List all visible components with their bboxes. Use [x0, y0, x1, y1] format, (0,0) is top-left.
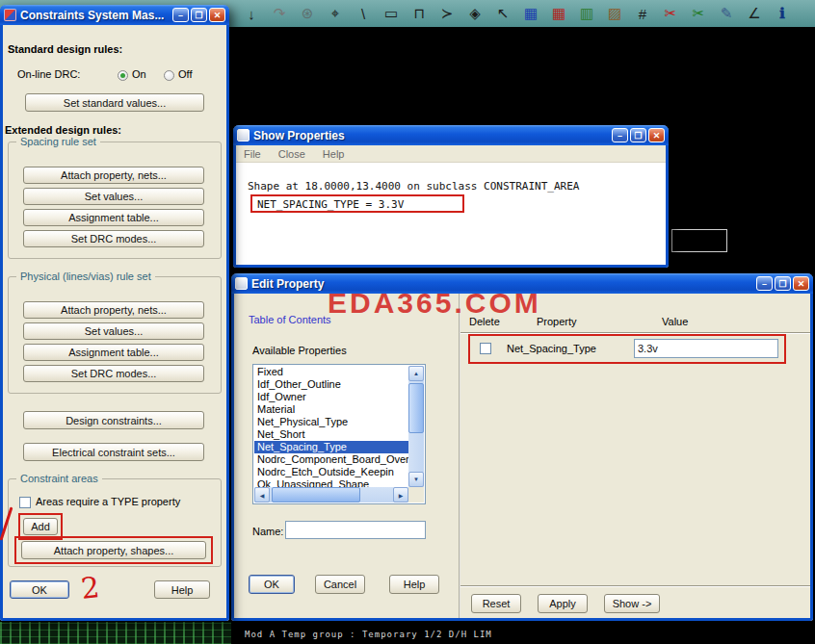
spacing-attach-property-button[interactable]: Attach property, nets... [23, 167, 204, 184]
show-properties-title: Show Properties [253, 129, 608, 142]
list-item[interactable]: Net_Physical_Type [254, 416, 408, 428]
list-item-selected[interactable]: Net_Spacing_Type [254, 441, 408, 453]
info-icon[interactable]: ℹ [772, 3, 793, 24]
show-properties-titlebar[interactable]: Show Properties – ❐ ✕ [233, 125, 669, 145]
areas-type-property-label: Areas require a TYPE property [36, 496, 180, 507]
maximize-icon[interactable]: ❐ [630, 128, 646, 142]
design-constraints-button[interactable]: Design constraints... [23, 411, 204, 429]
minimize-icon[interactable]: – [612, 128, 628, 142]
cancel-button[interactable]: Cancel [315, 575, 365, 594]
scroll-right-icon[interactable]: ▶ [393, 487, 408, 502]
pcb-shape-outline [671, 229, 727, 252]
list-item[interactable]: Idf_Other_Outline [254, 378, 408, 391]
menu-close[interactable]: Close [278, 148, 305, 160]
horizontal-scrollbar[interactable]: ◀ ▶ [254, 487, 408, 502]
constraints-window-icon [4, 9, 16, 21]
pencil-icon[interactable]: ✎ [716, 3, 737, 24]
drc-off-radio[interactable] [164, 70, 174, 81]
constraints-titlebar[interactable]: Constraints System Mas... – ❐ ✕ [0, 5, 229, 25]
line-icon[interactable]: \ [353, 3, 374, 24]
spacing-set-values-button[interactable]: Set values... [23, 188, 204, 205]
list-item[interactable]: Nodrc_Component_Board_Overlap [254, 453, 408, 466]
list-item[interactable]: Fixed [254, 366, 408, 378]
rectangle-icon[interactable]: ▭ [381, 3, 402, 24]
palette-brown-icon[interactable]: ▨ [604, 3, 625, 24]
download-icon[interactable]: ↓ [241, 3, 262, 24]
status-text: Mod A Temp group : Temporary 1/2 D/H LIM [245, 630, 492, 639]
maximize-icon[interactable]: ❐ [191, 8, 207, 22]
scroll-left-icon[interactable]: ◀ [254, 487, 270, 502]
list-item[interactable]: Net_Short [254, 428, 408, 441]
physical-set-values-button[interactable]: Set values... [23, 322, 204, 340]
show-properties-menubar: File Close Help [236, 145, 666, 163]
spacing-assignment-table-button[interactable]: Assignment table... [23, 209, 204, 226]
available-properties-label: Available Properties [252, 345, 347, 356]
list-item[interactable]: Ok_Unassigned_Shape [254, 478, 408, 487]
physical-set-drc-modes-button[interactable]: Set DRC modes... [23, 365, 204, 382]
close-icon[interactable]: ✕ [793, 276, 809, 291]
drc-off-label: Off [178, 68, 192, 80]
vertical-scrollbar[interactable]: ▲ ▼ [408, 366, 424, 487]
palette-red-icon[interactable]: ▦ [548, 3, 569, 24]
ok-button[interactable]: OK [10, 580, 69, 599]
spacing-set-drc-modes-button[interactable]: Set DRC modes... [23, 230, 204, 247]
attach-property-shapes-button[interactable]: Attach property, shapes... [21, 541, 206, 559]
close-icon[interactable]: ✕ [648, 128, 665, 142]
menu-file[interactable]: File [244, 148, 261, 160]
standard-rules-label: Standard design rules: [8, 43, 122, 55]
scrollbar-corner [408, 487, 424, 502]
arrow-icon[interactable]: ≻ [436, 3, 458, 24]
grid-icon[interactable]: # [632, 3, 653, 24]
property-name-value: Net_Spacing_Type [507, 343, 596, 354]
show-button[interactable]: Show -> [604, 594, 660, 613]
redo-icon[interactable]: ↷ [269, 3, 290, 24]
list-item[interactable]: Idf_Owner [254, 391, 408, 403]
spiral-icon[interactable]: ⊛ [297, 3, 318, 24]
close-icon[interactable]: ✕ [209, 8, 225, 22]
electrical-constraint-sets-button[interactable]: Electrical constraint sets... [23, 443, 204, 461]
drc-on-radio[interactable] [118, 70, 128, 81]
drc-on-label: On [132, 68, 146, 80]
ok-button[interactable]: OK [249, 575, 295, 594]
cut-red-icon[interactable]: ✂ [660, 3, 681, 24]
minimize-icon[interactable]: – [756, 276, 773, 291]
window-controls: – ❐ ✕ [172, 8, 225, 22]
vertical-scrollbar-thumb[interactable] [408, 383, 424, 433]
help-button[interactable]: Help [154, 580, 210, 599]
edit-property-titlebar[interactable]: Edit Property – ❐ ✕ [231, 273, 813, 294]
scroll-down-icon[interactable]: ▼ [408, 472, 424, 487]
table-of-contents-link[interactable]: Table of Contents [249, 314, 331, 325]
horizontal-scrollbar-thumb[interactable] [272, 487, 360, 502]
physical-assignment-table-button[interactable]: Assignment table... [23, 344, 204, 361]
edit-property-dialog: Edit Property – ❐ ✕ Table of Contents Av… [231, 273, 813, 621]
minimize-icon[interactable]: – [172, 8, 189, 22]
palette-green-icon[interactable]: ▥ [576, 3, 597, 24]
shape-icon[interactable]: ⊓ [408, 3, 430, 24]
areas-type-property-checkbox[interactable] [19, 497, 31, 508]
scroll-up-icon[interactable]: ▲ [408, 366, 424, 381]
palette-blue-icon[interactable]: ▦ [520, 3, 541, 24]
set-standard-values-button[interactable]: Set standard values... [25, 93, 204, 112]
property-value-input[interactable] [634, 339, 778, 358]
help-button[interactable]: Help [389, 575, 439, 594]
available-properties-listbox[interactable]: Fixed Idf_Other_Outline Idf_Owner Materi… [252, 364, 426, 504]
apply-button[interactable]: Apply [538, 594, 588, 613]
angle-icon[interactable]: ∠ [744, 3, 765, 24]
cursor-icon[interactable]: ↖ [492, 3, 513, 24]
add-button[interactable]: Add [23, 518, 58, 535]
delete-checkbox[interactable] [480, 343, 491, 354]
cut-green-icon[interactable]: ✂ [688, 3, 709, 24]
maximize-icon[interactable]: ❐ [775, 276, 791, 291]
constraints-dialog: Constraints System Mas... – ❐ ✕ Standard… [0, 5, 229, 621]
physical-rule-group-label: Physical (lines/vias) rule set [16, 270, 155, 282]
edit-property-title: Edit Property [251, 277, 752, 291]
target-icon[interactable]: ⌖ [325, 3, 346, 24]
diamond-icon[interactable]: ◈ [464, 3, 486, 24]
reset-button[interactable]: Reset [471, 594, 521, 613]
list-item[interactable]: Nodrc_Etch_Outside_Keepin [254, 466, 408, 478]
name-input[interactable] [285, 521, 426, 539]
value-column-header: Value [662, 316, 688, 327]
physical-attach-property-button[interactable]: Attach property, nets... [23, 301, 204, 319]
menu-help[interactable]: Help [323, 148, 345, 160]
list-item[interactable]: Material [254, 403, 408, 416]
